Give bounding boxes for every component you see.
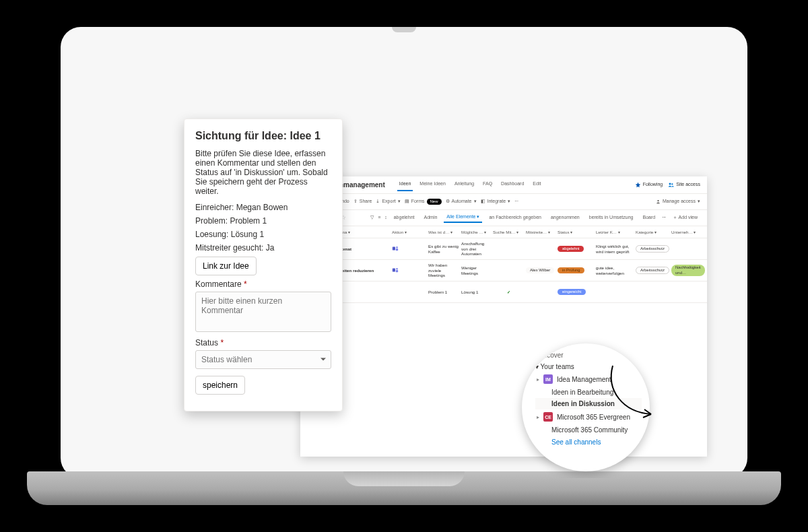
channel-item[interactable]: Microsoft 365 Community	[535, 424, 642, 436]
your-teams-label: ▾ Your teams	[535, 363, 642, 370]
table-row[interactable]: Kaffeeautomat Es gibt zu wenig KaffeeAns…	[300, 238, 707, 260]
form-description: Bitte prüfen Sie diese Idee, erfassen ei…	[195, 149, 331, 196]
review-form-card: Sichtung für Idee: Idee 1 Bitte prüfen S…	[184, 119, 343, 411]
row-loesung: Anschaffung von drei Automaten	[461, 241, 491, 256]
einreicher-field: Einreicher: Megan Bowen	[195, 203, 331, 212]
share-button[interactable]: ⇪Share	[354, 199, 372, 204]
site-access-link[interactable]: Site access	[668, 182, 700, 188]
column-header[interactable]: Status ▾	[558, 230, 594, 234]
table-row[interactable]: Idee 1 Problem 1Lösung 1✓eingereicht	[300, 281, 707, 303]
view-bereits-in-umsetzung[interactable]: bereits in Umsetzung	[586, 213, 636, 222]
status-select[interactable]	[195, 350, 331, 369]
laptop-base	[27, 471, 781, 505]
row-was: Problem 1	[428, 290, 459, 294]
link-to-idea-button[interactable]: Link zur Idee	[195, 257, 257, 275]
view-admin[interactable]: Admin	[421, 213, 440, 222]
svg-point-1	[671, 183, 673, 185]
view-alle-elemente[interactable]: Alle Elemente ▾	[444, 213, 482, 222]
manage-access-button[interactable]: Manage access▾	[656, 199, 700, 204]
teams-zoom-preview: iscover ▾ Your teams ▸IMIdea ManagementI…	[522, 343, 650, 471]
column-header[interactable]: Aktion ▾	[392, 230, 409, 234]
row-status: in Prüfung	[558, 267, 594, 274]
problem-field: Problem: Problem 1	[195, 216, 331, 226]
row-suche: ✓	[493, 290, 524, 294]
loesung-field: Loesung: Lösung 1	[195, 230, 331, 239]
svg-rect-6	[393, 268, 395, 271]
teams-icon[interactable]	[392, 267, 409, 274]
channel-item[interactable]: Ideen in Bearbeitung	[535, 387, 642, 398]
following-link[interactable]: Following	[635, 182, 663, 188]
row-loesung: Weniger Meetings	[461, 265, 491, 275]
ideas-table: Idee / Thema ▾Aktion ▾ Was ist d… ▾Mögli…	[300, 226, 707, 303]
comment-input[interactable]	[195, 292, 331, 332]
column-header[interactable]: Was ist d… ▾	[428, 230, 459, 234]
svg-point-2	[657, 200, 659, 201]
nav-tab-dashboard[interactable]: Dashboard	[499, 178, 526, 191]
nav-tab-ideen[interactable]: Ideen	[397, 178, 413, 191]
nav-tab-edit[interactable]: Edit	[531, 178, 543, 191]
team-avatar: IM	[543, 374, 553, 384]
view-board[interactable]: Board	[640, 213, 659, 222]
save-button[interactable]: speichern	[195, 376, 245, 395]
table-header: Idee / Thema ▾Aktion ▾ Was ist d… ▾Mögli…	[300, 226, 707, 238]
row-status: eingereicht	[558, 289, 594, 296]
svg-point-7	[396, 268, 398, 270]
nav-tab-meine-ideen[interactable]: Meine Ideen	[417, 178, 448, 191]
integrate-button[interactable]: ◧Integrate▾	[481, 199, 511, 204]
column-header[interactable]	[411, 230, 426, 234]
star-icon	[635, 182, 641, 188]
row-kategorie: Arbeitsschutz	[636, 245, 669, 253]
nav-tab-faq[interactable]: FAQ	[481, 178, 494, 191]
svg-rect-3	[393, 246, 395, 250]
list-header: Ideen ☆ ▽≡↕abgelehntAdminAlle Elemente ▾…	[300, 210, 707, 226]
team-avatar: CE	[543, 412, 553, 422]
table-row[interactable]: Meeting Zeiten reduzieren Wir haben zuvi…	[300, 260, 707, 281]
mitstreiter-field: Mitstreiter gesucht: Ja	[195, 243, 331, 253]
column-header[interactable]: Suche Mit… ▾	[493, 230, 524, 234]
sort-icon[interactable]: ≡	[378, 215, 380, 220]
form-title: Sichtung für Idee: Idee 1	[195, 130, 331, 142]
filter-icon[interactable]: ▽	[370, 215, 374, 220]
channel-item[interactable]: Ideen in Diskussion	[535, 398, 642, 409]
view-angenommen[interactable]: angenommen	[548, 213, 582, 222]
column-header[interactable]: Letzter K… ▾	[596, 230, 634, 234]
view-an-fachbereich-gegeben[interactable]: an Fachbereich gegeben	[486, 213, 543, 222]
svg-rect-5	[396, 248, 398, 251]
add-view-button[interactable]: ＋ Add view	[670, 213, 700, 222]
command-bar: ＋New▾ ↶Undo ⇪Share ⤓Export▾ ▤FormsNew ⚙A…	[300, 194, 707, 210]
row-unternehmen: Nachhaltigkeit und…	[671, 265, 702, 275]
row-status: abgelehnt	[558, 246, 594, 253]
swap-icon[interactable]: ↕	[384, 215, 387, 220]
team-item[interactable]: ▸IMIdea Management	[535, 372, 642, 387]
people-icon	[668, 182, 674, 188]
overflow-button[interactable]: ···	[514, 199, 518, 204]
team-item[interactable]: ▸CEMicrosoft 365 Evergreen	[535, 409, 642, 424]
row-kommentar: Klingt wirklich gut, wird intern geprüft	[596, 244, 634, 254]
svg-point-4	[396, 246, 398, 248]
person-icon	[656, 199, 661, 204]
automate-button[interactable]: ⚙Automate▾	[446, 199, 477, 204]
status-label: Status *	[195, 338, 331, 347]
view-abgelehnt[interactable]: abgelehnt	[391, 213, 417, 222]
svg-rect-8	[396, 270, 398, 272]
laptop-mockup: Im Ideenmanagement IdeenMeine IdeenAnlei…	[61, 27, 747, 478]
views-overflow[interactable]: ···	[662, 215, 666, 220]
comment-label: Kommentare *	[195, 279, 331, 289]
teams-icon[interactable]	[392, 245, 409, 253]
row-kommentar: gute idee, weiterverfolgen	[596, 265, 634, 275]
column-header[interactable]: Unterneh… ▾	[671, 230, 702, 234]
column-header[interactable]: Mögliche … ▾	[461, 230, 491, 234]
row-kategorie: Arbeitsschutz	[636, 267, 669, 274]
top-bar: Im Ideenmanagement IdeenMeine IdeenAnlei…	[300, 176, 707, 194]
column-header[interactable]: Kategorie ▾	[636, 230, 669, 234]
nav-tab-anleitung[interactable]: Anleitung	[452, 178, 476, 191]
row-was: Es gibt zu wenig Kaffee	[428, 244, 459, 254]
row-mitstreiter: Alex Wilber	[526, 267, 556, 273]
export-button[interactable]: ⤓Export▾	[376, 199, 400, 204]
see-all-channels-link[interactable]: See all channels	[551, 438, 601, 446]
forms-button[interactable]: ▤FormsNew	[405, 199, 442, 205]
row-was: Wir haben zuviele Meetings	[428, 263, 459, 277]
column-header[interactable]: Mitstreite… ▾	[526, 230, 556, 234]
svg-point-0	[669, 183, 671, 185]
row-loesung: Lösung 1	[461, 290, 491, 294]
